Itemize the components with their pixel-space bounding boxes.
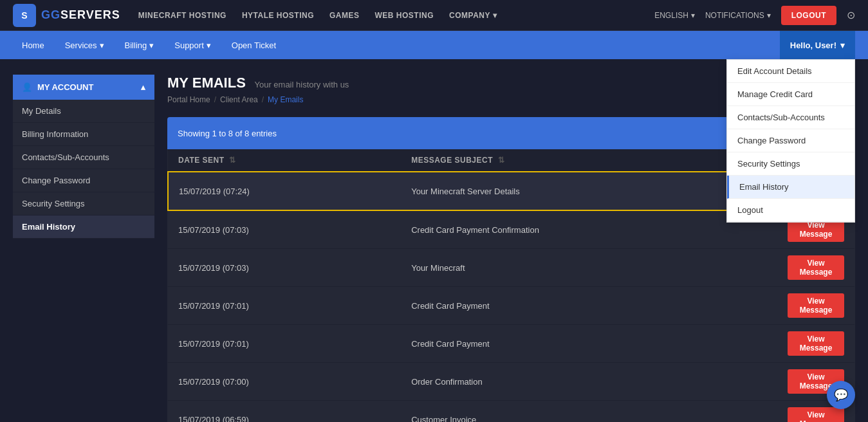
cell-date: 15/07/2019 (07:01) [168, 325, 401, 363]
cell-date: 15/07/2019 (07:00) [168, 363, 401, 401]
sort-icon-subject: ⇅ [498, 156, 505, 165]
dropdown-edit-account[interactable]: Edit Account Details [727, 60, 854, 83]
breadcrumb-portal-home[interactable]: Portal Home [167, 95, 210, 104]
language-button[interactable]: ENGLISH ▾ [654, 11, 695, 20]
sidebar-title: MY ACCOUNT [37, 82, 93, 92]
nav-home[interactable]: Home [13, 34, 53, 57]
cell-subject: Order Confirmation [401, 363, 777, 401]
nav-hytale-hosting[interactable]: HYTALE HOSTING [242, 11, 314, 20]
top-navigation: S GGSERVERS MINECRAFT HOSTING HYTALE HOS… [0, 0, 868, 31]
top-nav-right: ENGLISH ▾ NOTIFICATIONS ▾ LOGOUT ⊙ [654, 6, 855, 25]
nav-minecraft-hosting[interactable]: MINECRAFT HOSTING [138, 11, 226, 20]
cell-date: 15/07/2019 (07:03) [168, 249, 401, 287]
notifications-button[interactable]: NOTIFICATIONS ▾ [705, 11, 771, 20]
dropdown-change-password[interactable]: Change Password [727, 129, 854, 152]
cell-subject: Credit Card Payment [401, 325, 777, 363]
cell-subject: Your Minecraft [401, 249, 777, 287]
logout-button[interactable]: LOGOUT [781, 6, 836, 25]
col-header-message-subject[interactable]: MESSAGE SUBJECT ⇅ [401, 149, 777, 172]
sidebar-item-email-history[interactable]: Email History [13, 216, 154, 239]
cell-subject: Your Minecraft Server Details [401, 172, 777, 210]
cell-date: 15/07/2019 (07:03) [168, 210, 401, 249]
cell-subject: Credit Card Payment [401, 287, 777, 325]
sort-icon-date: ⇅ [229, 156, 236, 165]
chevron-down-icon: ▾ [149, 41, 154, 50]
top-nav-left: S GGSERVERS MINECRAFT HOSTING HYTALE HOS… [13, 4, 497, 27]
nav-web-hosting[interactable]: WEB HOSTING [375, 11, 434, 20]
cell-subject: Customer Invoice [401, 401, 777, 423]
col-header-date-sent[interactable]: DATE SENT ⇅ [168, 149, 401, 172]
hello-user-button[interactable]: Hello, User! ▾ [780, 31, 855, 59]
dropdown-contacts-sub-accounts[interactable]: Contacts/Sub-Accounts [727, 106, 854, 129]
chevron-down-icon: ▾ [100, 41, 104, 50]
page-subtitle: Your email history with us [254, 80, 349, 89]
dropdown-manage-credit-card[interactable]: Manage Credit Card [727, 83, 854, 106]
user-icon[interactable]: ⊙ [847, 9, 855, 21]
cell-date: 15/07/2019 (07:24) [168, 172, 401, 210]
chevron-down-icon: ▾ [767, 11, 771, 20]
breadcrumb-separator-2: / [262, 95, 264, 104]
cell-date: 15/07/2019 (06:59) [168, 401, 401, 423]
sidebar: 👤 MY ACCOUNT ▴ My Details Billing Inform… [13, 75, 154, 422]
breadcrumb-my-emails[interactable]: My Emails [268, 95, 303, 104]
cell-action: View Message [777, 287, 854, 325]
view-message-button[interactable]: View Message [788, 407, 844, 422]
sidebar-header: 👤 MY ACCOUNT ▴ [13, 75, 154, 100]
cell-action: View Message [777, 325, 854, 363]
table-row: 15/07/2019 (06:59) Customer Invoice View… [168, 401, 854, 423]
table-row: 15/07/2019 (07:01) Credit Card Payment V… [168, 287, 854, 325]
chevron-down-icon: ▾ [207, 41, 211, 50]
sidebar-item-my-details[interactable]: My Details [13, 100, 154, 123]
dropdown-security-settings[interactable]: Security Settings [727, 152, 854, 176]
breadcrumb-client-area[interactable]: Client Area [220, 95, 258, 104]
blue-nav-left: Home Services ▾ Billing ▾ Support ▾ Open… [13, 34, 285, 57]
nav-open-ticket[interactable]: Open Ticket [223, 34, 285, 57]
chevron-down-icon: ▾ [840, 41, 845, 50]
chat-button[interactable]: 💬 [827, 381, 855, 409]
nav-company[interactable]: COMPANY ▾ [449, 11, 497, 20]
sidebar-item-billing-information[interactable]: Billing Information [13, 123, 154, 146]
user-icon: 👤 [22, 82, 32, 92]
sidebar-item-security-settings[interactable]: Security Settings [13, 192, 154, 216]
nav-services[interactable]: Services ▾ [56, 34, 113, 57]
nav-billing[interactable]: Billing ▾ [116, 34, 163, 57]
cell-action: View Message [777, 249, 854, 287]
dropdown-email-history[interactable]: Email History [727, 176, 854, 199]
cell-subject: Credit Card Payment Confirmation [401, 210, 777, 249]
chat-icon: 💬 [834, 388, 848, 402]
logo[interactable]: S GGSERVERS [13, 4, 120, 27]
sidebar-header-left: 👤 MY ACCOUNT [22, 82, 93, 92]
view-message-button[interactable]: View Message [788, 331, 844, 356]
logo-icon: S [13, 4, 36, 27]
cell-date: 15/07/2019 (07:01) [168, 287, 401, 325]
chevron-up-icon: ▴ [141, 82, 145, 92]
view-message-button[interactable]: View Message [788, 255, 844, 280]
table-row: 15/07/2019 (07:00) Order Confirmation Vi… [168, 363, 854, 401]
showing-entries-text: Showing 1 to 8 of 8 entries [178, 129, 277, 138]
nav-support[interactable]: Support ▾ [165, 34, 220, 57]
sidebar-item-contacts-sub-accounts[interactable]: Contacts/Sub-Accounts [13, 146, 154, 169]
user-menu-wrapper: Hello, User! ▾ Edit Account Details Mana… [780, 31, 855, 59]
user-dropdown-menu: Edit Account Details Manage Credit Card … [726, 59, 855, 223]
breadcrumb-separator: / [214, 95, 216, 104]
logo-text: GGSERVERS [41, 8, 120, 22]
chevron-down-icon: ▾ [493, 11, 497, 20]
page-title: MY EMAILS [167, 75, 246, 91]
nav-links: MINECRAFT HOSTING HYTALE HOSTING GAMES W… [138, 11, 497, 20]
table-row: 15/07/2019 (07:03) Your Minecraft View M… [168, 249, 854, 287]
table-row: 15/07/2019 (07:01) Credit Card Payment V… [168, 325, 854, 363]
view-message-button[interactable]: View Message [788, 293, 844, 318]
blue-navigation: Home Services ▾ Billing ▾ Support ▾ Open… [0, 31, 868, 59]
sidebar-item-change-password[interactable]: Change Password [13, 169, 154, 192]
nav-games[interactable]: GAMES [329, 11, 360, 20]
chevron-down-icon: ▾ [691, 11, 695, 20]
dropdown-logout[interactable]: Logout [727, 199, 854, 222]
